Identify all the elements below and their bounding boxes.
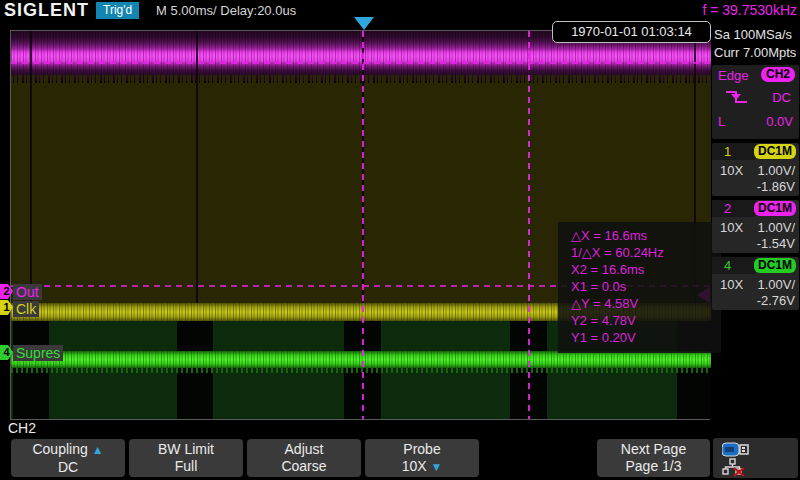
cursor-x2: X2 = 16.6ms <box>571 261 721 278</box>
status-icon-panel <box>713 438 798 478</box>
cursor-x2-line[interactable] <box>528 31 530 419</box>
datetime-readout: 1970-01-01 01:03:14 <box>552 21 711 43</box>
channel2-probe: 10X <box>720 220 743 235</box>
ch2-trace-label: Out <box>13 284 42 300</box>
cursor-delta-x: △X = 16.6ms <box>571 227 721 244</box>
channel4-number: 4 <box>724 258 731 273</box>
next-page-button[interactable]: Next Page Page 1/3 <box>597 439 710 477</box>
trigger-info-box[interactable]: Edge CH2 DC L 0.0V <box>712 65 799 139</box>
trigger-level-value: 0.0V <box>766 114 793 129</box>
channel1-probe: 10X <box>720 163 743 178</box>
coupling-label: Coupling <box>32 441 87 457</box>
channel1-number: 1 <box>724 144 731 159</box>
bw-limit-button[interactable]: BW Limit Full <box>129 439 243 477</box>
cursor-y1: Y1 = 0.20V <box>571 329 721 346</box>
ch4-trace-noise <box>11 368 711 373</box>
brand-logo: SIGLENT <box>4 0 89 21</box>
cursor-inv-delta-x: 1/△X = 60.24Hz <box>571 244 721 261</box>
oscilloscope-screen: SIGLENT Trig'd M 5.00ms/ Delay:20.0us f … <box>0 0 800 480</box>
channel1-offset: -1.86V <box>757 179 795 194</box>
active-menu-channel: CH2 <box>8 420 36 436</box>
channel1-tab <box>712 143 756 160</box>
memory-depth-readout: Curr 7.00Mpts <box>714 45 796 60</box>
channel4-scale: 1.00V/ <box>757 277 795 292</box>
next-page-label: Next Page <box>597 441 710 458</box>
channel2-number: 2 <box>724 201 731 216</box>
cursor-x1: X1 = 0.0s <box>571 278 721 295</box>
cursor-measurement-panel: △X = 16.6ms 1/△X = 60.24Hz X2 = 16.6ms X… <box>558 222 721 353</box>
channel4-info-box[interactable]: 4 DC1M 10X 1.00V/ -2.76V <box>712 257 799 310</box>
probe-label: Probe <box>365 441 479 458</box>
timebase-readout: M 5.00ms/ Delay:20.0us <box>156 3 296 18</box>
channel4-probe: 10X <box>720 277 743 292</box>
channel1-coupling-badge: DC1M <box>754 144 796 159</box>
cursor-x1-line[interactable] <box>362 31 364 419</box>
bw-limit-label: BW Limit <box>129 441 243 458</box>
coupling-button[interactable]: Coupling ▲ DC <box>11 439 125 477</box>
cursor-delta-y: △Y = 4.58V <box>571 295 721 312</box>
signal-gap-line <box>196 31 198 303</box>
coupling-value: DC <box>11 459 125 476</box>
signal-gap-line <box>30 31 32 303</box>
trigger-source-badge: CH2 <box>761 67 795 82</box>
bw-limit-value: Full <box>129 458 243 475</box>
channel1-info-box[interactable]: 1 DC1M 10X 1.00V/ -1.86V <box>712 143 799 196</box>
trigger-level-prefix: L <box>718 114 725 129</box>
cursor-y2-line[interactable] <box>11 62 711 64</box>
trigger-position-marker[interactable] <box>354 17 374 30</box>
down-arrow-icon: ▼ <box>430 460 442 474</box>
probe-value: 10X <box>402 458 427 474</box>
channel4-tab <box>712 257 756 274</box>
probe-button[interactable]: Probe 10X ▼ <box>365 439 479 477</box>
channel2-coupling-badge: DC1M <box>754 201 796 216</box>
usb-icon <box>722 442 750 457</box>
channel1-scale: 1.00V/ <box>757 163 795 178</box>
channel2-scale: 1.00V/ <box>757 220 795 235</box>
channel4-coupling-badge: DC1M <box>754 258 796 273</box>
trigger-coupling-label: DC <box>772 90 791 105</box>
adjust-button[interactable]: Adjust Coarse <box>247 439 361 477</box>
frequency-counter: f = 39.7530kHz <box>702 2 797 18</box>
falling-edge-icon <box>725 88 749 106</box>
trigger-status-badge: Trig'd <box>96 2 139 19</box>
channel2-tab <box>712 200 756 217</box>
ch1-trace-label: Clk <box>13 301 39 317</box>
adjust-label: Adjust <box>247 441 361 458</box>
channel4-offset: -2.76V <box>757 293 795 308</box>
adjust-value: Coarse <box>247 458 361 475</box>
page-indicator: Page 1/3 <box>597 458 710 475</box>
trigger-type-label: Edge <box>718 68 748 83</box>
up-arrow-icon: ▲ <box>92 443 104 457</box>
channel2-info-box[interactable]: 2 DC1M 10X 1.00V/ -1.54V <box>712 200 799 253</box>
cursor-y2: Y2 = 4.78V <box>571 312 721 329</box>
ch4-trace-label: Supres <box>13 345 63 361</box>
sample-rate-readout: Sa 100MSa/s <box>714 27 792 42</box>
ch1-clk-noise-edge <box>11 75 711 84</box>
channel2-offset: -1.54V <box>757 236 795 251</box>
lan-disconnected-icon <box>722 458 748 477</box>
ch4-supres-trace <box>11 351 711 368</box>
